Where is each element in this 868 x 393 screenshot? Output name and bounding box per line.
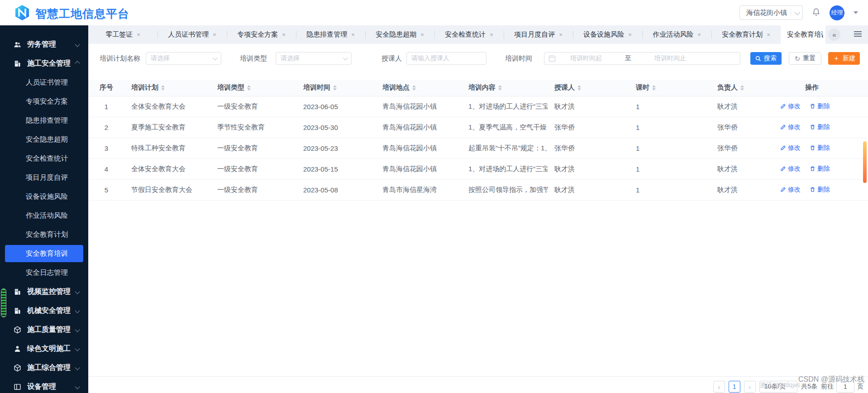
vertical-scrollbar-thumb[interactable] [863,141,867,183]
tab-hazard-inspection[interactable]: 隐患排查管理× [296,25,365,44]
chevron-down-icon [795,9,801,15]
col-date[interactable]: 培训时间 [296,80,376,96]
tab-activity-risk[interactable]: 作业活动风险× [642,25,711,44]
edit-button[interactable]: 修改 [780,123,801,131]
date-start-placeholder: 培训时间起 [559,54,613,62]
close-icon[interactable]: × [767,32,770,38]
tab-safety-edu-plan[interactable]: 安全教育计划× [711,25,781,44]
search-button[interactable]: 搜索 [750,52,782,65]
sidebar-item-quality-mgmt[interactable]: 施工质量管理 [0,320,88,339]
close-icon[interactable]: × [628,32,632,38]
close-icon[interactable]: × [559,32,563,38]
sidebar-item-safety-log[interactable]: 安全日志管理 [0,263,88,282]
close-icon[interactable]: × [490,32,493,38]
current-page-button[interactable]: 1 [729,381,740,393]
user-menu-caret-down-icon[interactable] [854,11,858,14]
close-icon[interactable]: × [282,32,286,38]
delete-button[interactable]: 删除 [810,186,830,194]
sort-carets-icon[interactable] [740,85,744,91]
tabs-collapse-button[interactable]: « [828,29,840,41]
close-icon[interactable]: × [213,32,216,38]
sidebar-item-video-monitor[interactable]: 视频监控管理 [0,282,88,301]
tab-monthly-self-eval[interactable]: 项目月度自评× [504,25,573,44]
sidebar: 劳务管理 施工安全管理 人员证书管理 专项安全方案 隐患排查管理 安全隐患超期 … [0,25,88,393]
avatar[interactable]: 经理 [830,5,844,20]
chevron-down-icon [75,327,80,332]
col-hours[interactable]: 课时 [629,80,711,96]
sidebar-item-machinery-safety[interactable]: 机械安全管理 [0,301,88,320]
project-selector[interactable]: 海信花街小镇 [739,5,803,20]
sidebar-item-hazard-overdue[interactable]: 安全隐患超期 [0,130,88,149]
sidebar-item-safety-check-stats[interactable]: 安全检查统计 [0,149,88,168]
next-page-button[interactable]: › [744,381,756,393]
building-icon [14,60,21,67]
sidebar-item-comprehensive-mgmt[interactable]: 施工综合管理 [0,358,88,377]
delete-button[interactable]: 删除 [810,165,830,173]
tab-special-safety-plan[interactable]: 专项安全方案× [227,25,296,44]
sort-carets-icon[interactable] [161,85,165,91]
sidebar-item-safety-edu-training[interactable]: 安全教育培训 [5,245,83,262]
building-icon [14,307,21,315]
plan-name-select[interactable]: 请选择 [146,52,221,65]
train-type-select[interactable]: 请选择 [276,52,352,65]
edit-button[interactable]: 修改 [780,144,801,152]
sort-carets-icon[interactable] [652,85,656,91]
tab-safety-edu-training[interactable]: 安全教育培训 [781,25,825,44]
goto-label: 前往 [821,383,834,391]
goto-page-input[interactable]: 1 [836,381,854,393]
date-end-placeholder: 培训时间止 [643,54,697,62]
sidebar-item-safety-edu-plan[interactable]: 安全教育计划 [0,225,88,244]
tab-odd-job-visa[interactable]: 零工签证× [88,25,157,44]
close-icon[interactable]: × [420,32,424,38]
col-type[interactable]: 培训类型 [210,80,296,96]
tab-equipment-facility-risk[interactable]: 设备设施风险× [573,25,642,44]
sort-carets-icon[interactable] [412,85,416,91]
sidebar-item-activity-risk[interactable]: 作业活动风险 [0,206,88,225]
train-time-range-picker[interactable]: 培训时间起 至 培训时间止 [544,52,740,65]
notification-bell-icon[interactable] [812,8,820,18]
col-content[interactable]: 培训内容 [462,80,548,96]
sidebar-item-personnel-cert[interactable]: 人员证书管理 [0,73,88,92]
sort-carets-icon[interactable] [333,85,337,91]
tab-safety-check-stats[interactable]: 安全检查统计× [434,25,504,44]
col-lecturer[interactable]: 授课人 [548,80,629,96]
edit-icon [780,145,786,151]
sort-carets-icon[interactable] [498,85,502,91]
page-size-select[interactable]: 10条/页 [759,381,797,393]
create-button[interactable]: ＋ 新建 [828,52,860,65]
delete-button[interactable]: 删除 [810,144,830,152]
refresh-icon: ↻ [795,55,801,62]
edit-button[interactable]: 修改 [780,102,801,110]
trash-icon [810,124,816,130]
col-actions: 操作 [769,80,868,96]
edit-button[interactable]: 修改 [780,165,801,173]
close-icon[interactable]: × [351,32,355,38]
col-plan[interactable]: 培训计划 [124,80,210,96]
tabs-menu-icon[interactable] [854,31,862,38]
sidebar-item-labor-mgmt[interactable]: 劳务管理 [0,35,88,54]
delete-button[interactable]: 删除 [810,102,830,110]
close-icon[interactable]: × [697,32,701,38]
col-owner[interactable]: 负责人 [711,80,769,96]
tab-hazard-overdue[interactable]: 安全隐患超期× [365,25,434,44]
sidebar-item-monthly-self-eval[interactable]: 项目月度自评 [0,168,88,187]
col-place[interactable]: 培训地点 [376,80,462,96]
sidebar-item-device-mgmt[interactable]: 设备管理 [0,377,88,393]
table-row: 5 节假日安全教育大会 一级安全教育 2023-05-08 青岛市海信星海湾 按… [88,179,868,200]
edit-button[interactable]: 修改 [780,186,801,194]
tab-personnel-cert[interactable]: 人员证书管理× [157,25,227,44]
footer-divider [88,376,868,377]
sort-carets-icon[interactable] [247,85,251,91]
sidebar-item-green-construction[interactable]: 绿色文明施工 [0,339,88,358]
prev-page-button[interactable]: ‹ [713,381,725,393]
reset-button[interactable]: ↻ 重置 [789,52,821,65]
sidebar-item-construction-safety[interactable]: 施工安全管理 [0,54,88,73]
delete-button[interactable]: 删除 [810,123,830,131]
sort-carets-icon[interactable] [577,85,581,91]
close-icon[interactable]: × [137,32,140,38]
lecturer-input[interactable]: 请输入授课人 [406,52,486,65]
sidebar-item-hazard-inspection[interactable]: 隐患排查管理 [0,111,88,130]
sidebar-item-equipment-facility-risk[interactable]: 设备设施风险 [0,187,88,206]
sidebar-item-special-safety-plan[interactable]: 专项安全方案 [0,92,88,111]
cube-icon [14,326,21,334]
